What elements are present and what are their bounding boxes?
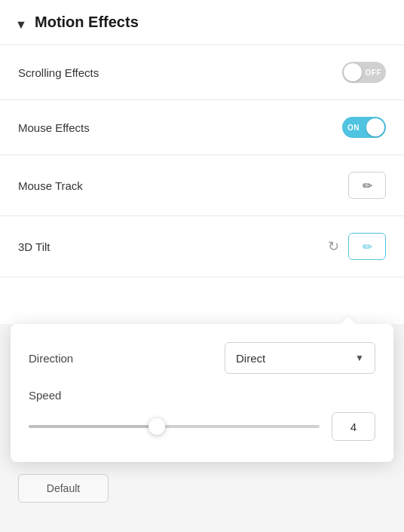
scrolling-effects-toggle[interactable]: OFF (342, 62, 386, 83)
default-button-label: Default (47, 482, 80, 494)
mouse-track-row: Mouse Track ✏ (0, 155, 404, 216)
mouse-track-edit-button[interactable]: ✏ (348, 172, 386, 199)
speed-controls: 4 (29, 412, 375, 441)
mouse-effects-toggle[interactable]: ON (342, 117, 386, 138)
direction-value: Direct (236, 352, 265, 365)
direction-row: Direction Direct ▼ (29, 342, 375, 374)
pencil-icon-blue: ✏ (363, 240, 372, 254)
speed-label: Speed (29, 389, 375, 402)
chevron-icon[interactable]: ▼ (15, 18, 24, 27)
bottom-section: Default (0, 462, 404, 515)
scrolling-effects-row: Scrolling Effects OFF (0, 45, 404, 100)
slider-thumb[interactable] (148, 418, 165, 435)
reset-icon[interactable]: ↻ (328, 238, 339, 255)
mouse-effects-row: Mouse Effects ON (0, 100, 404, 155)
scrolling-effects-label: Scrolling Effects (18, 66, 99, 79)
panel-header: ▼ Motion Effects (0, 0, 404, 45)
3d-tilt-label: 3D Tilt (18, 240, 50, 253)
direction-dropdown[interactable]: Direct ▼ (225, 342, 375, 374)
slider-fill (29, 425, 157, 428)
speed-slider-track[interactable] (29, 425, 320, 428)
toggle-off-text: OFF (366, 69, 382, 77)
toggle-knob-on (366, 118, 384, 136)
popup-arrow (341, 316, 356, 324)
3d-tilt-controls: ↻ ✏ (328, 233, 386, 260)
speed-input[interactable]: 4 (332, 412, 375, 441)
3d-tilt-edit-button[interactable]: ✏ (348, 233, 386, 260)
pencil-icon: ✏ (363, 179, 372, 193)
toggle-knob (344, 63, 362, 81)
mouse-track-label: Mouse Track (18, 179, 83, 192)
motion-effects-panel: ▼ Motion Effects Scrolling Effects OFF M… (0, 0, 404, 324)
speed-section: Speed 4 (29, 389, 375, 441)
direction-label: Direction (29, 352, 73, 365)
mouse-effects-label: Mouse Effects (18, 121, 90, 134)
speed-value: 4 (350, 420, 357, 433)
3d-tilt-row: 3D Tilt ↻ ✏ (0, 216, 404, 277)
toggle-on-text: ON (347, 124, 360, 132)
direction-speed-popup: Direction Direct ▼ Speed 4 (11, 324, 393, 462)
default-button[interactable]: Default (18, 474, 109, 503)
panel-title: Motion Effects (35, 14, 139, 31)
dropdown-arrow-icon: ▼ (355, 353, 364, 363)
